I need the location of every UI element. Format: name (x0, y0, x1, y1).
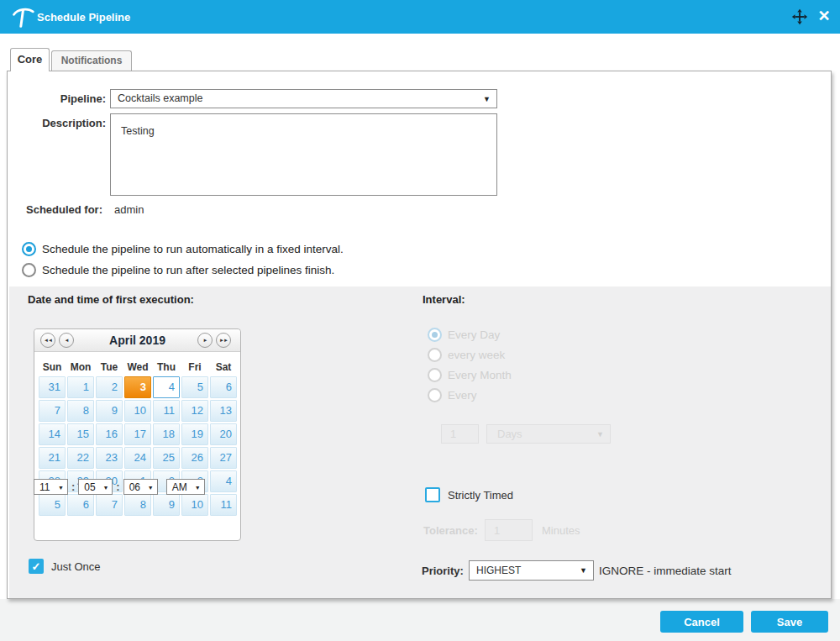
calendar-day[interactable]: 10 (124, 400, 151, 422)
calendar-day[interactable]: 19 (181, 423, 208, 445)
description-label: Description: (13, 117, 106, 129)
calendar-day[interactable]: 16 (96, 423, 123, 445)
dialog-title: Schedule Pipeline (37, 11, 130, 24)
time-separator: : (116, 481, 119, 493)
calendar-day[interactable]: 26 (181, 447, 208, 469)
calendar-day[interactable]: 11 (210, 494, 237, 516)
interval-option-every-n: Every (428, 388, 477, 402)
calendar-day[interactable]: 5 (181, 376, 208, 398)
calendar-day[interactable]: 6 (210, 376, 237, 398)
pipeline-select-value: Cocktails example (118, 92, 202, 104)
priority-select-value: HIGHEST (476, 565, 521, 576)
move-icon[interactable] (790, 8, 809, 26)
app-logo-icon (11, 5, 34, 29)
calendar-day[interactable]: 17 (124, 423, 151, 445)
tab-content-core: Pipeline: Cocktails example ▼ Descriptio… (7, 71, 832, 599)
calendar-day[interactable]: 27 (210, 447, 237, 469)
tolerance-label: Tolerance: (423, 524, 478, 537)
interval-option-every-month: Every Month (428, 368, 512, 382)
calendar-day[interactable]: 22 (67, 447, 94, 469)
calendar-day[interactable]: 6 (67, 494, 94, 516)
schedule-option-fixed-interval[interactable]: Schedule the pipeline to run automatical… (22, 242, 344, 256)
chevron-down-icon: ▼ (58, 484, 64, 490)
calendar-grid: 3112345678910111213141516171819202122232… (39, 376, 238, 516)
calendar-next-button[interactable]: ► (197, 333, 213, 348)
schedule-details-panel: Date and time of first execution: ◄◄ ◄ A… (9, 286, 831, 598)
tolerance-input: 1 (485, 519, 533, 541)
radio-icon (428, 348, 442, 362)
calendar-day[interactable]: 5 (39, 494, 66, 516)
save-button[interactable]: Save (751, 611, 828, 633)
priority-note: IGNORE - immediate start (599, 565, 732, 577)
cancel-button[interactable]: Cancel (660, 611, 743, 633)
scheduled-for-value: admin (114, 203, 144, 216)
chevron-down-icon: ▼ (483, 95, 491, 103)
dialog-footer: Cancel Save (0, 599, 840, 641)
calendar-day[interactable]: 10 (181, 494, 208, 516)
interval-unit-select: Days ▼ (486, 424, 611, 444)
time-separator: : (71, 481, 75, 493)
calendar-day[interactable]: 13 (210, 400, 237, 422)
calendar-day[interactable]: 23 (96, 447, 123, 469)
calendar-day[interactable]: 14 (39, 423, 66, 445)
calendar-day-name: Sun (39, 361, 66, 373)
calendar-day[interactable]: 1 (67, 376, 94, 398)
radio-icon (428, 368, 442, 382)
pipeline-label: Pipeline: (13, 92, 106, 105)
calendar-day-name: Mon (67, 361, 94, 373)
radio-icon[interactable] (22, 242, 36, 256)
interval-section-title: Interval: (423, 293, 465, 306)
calendar-day[interactable]: 12 (181, 400, 208, 422)
calendar-day-name: Fri (181, 361, 208, 373)
interval-count-input: 1 (441, 424, 479, 444)
calendar-day[interactable]: 18 (153, 423, 180, 445)
calendar-day[interactable]: 20 (210, 423, 237, 445)
scheduled-for-row: Scheduled for:admin (26, 203, 144, 216)
priority-label: Priority: (422, 565, 464, 577)
pipeline-select[interactable]: Cocktails example ▼ (110, 89, 497, 108)
calendar-day[interactable]: 21 (39, 447, 66, 469)
second-select[interactable]: 06 ▼ (123, 479, 158, 495)
chevron-down-icon: ▼ (195, 484, 201, 490)
calendar-day[interactable]: 25 (153, 447, 180, 469)
calendar-day[interactable]: 24 (124, 447, 151, 469)
calendar-day[interactable]: 11 (153, 400, 180, 422)
checkbox-icon[interactable]: ✓ (425, 487, 440, 502)
interval-option-every-week: every week (428, 348, 505, 362)
calendar-day[interactable]: 2 (96, 376, 123, 398)
dialog-titlebar[interactable]: Schedule Pipeline ✕ (0, 0, 840, 34)
strictly-timed-checkbox[interactable]: ✓ Strictly Timed (425, 487, 513, 502)
minute-select[interactable]: 05 ▼ (78, 479, 113, 495)
calendar-day[interactable]: 4 (153, 376, 180, 398)
close-icon[interactable]: ✕ (814, 6, 834, 26)
calendar-day[interactable]: 15 (67, 423, 94, 445)
interval-option-every-day: Every Day (428, 328, 500, 342)
calendar-day-name: Wed (124, 361, 151, 373)
description-textarea[interactable]: Testing (110, 113, 497, 196)
calendar-day[interactable]: 31 (39, 376, 66, 398)
calendar-day[interactable]: 9 (96, 400, 123, 422)
tab-notifications[interactable]: Notifications (51, 50, 132, 71)
radio-icon (428, 388, 442, 402)
meridiem-select[interactable]: AM ▼ (166, 479, 205, 495)
just-once-checkbox[interactable]: ✓ Just Once (29, 559, 101, 574)
calendar: ◄◄ ◄ April 2019 ► ►► SunMonTueWedThuFriS… (34, 328, 241, 541)
calendar-last-button[interactable]: ►► (216, 333, 231, 348)
calendar-day[interactable]: 7 (39, 400, 66, 422)
calendar-day[interactable]: 8 (67, 400, 94, 422)
calendar-day[interactable]: 9 (153, 494, 180, 516)
calendar-day[interactable]: 7 (96, 494, 123, 516)
calendar-day[interactable]: 3 (124, 376, 151, 398)
calendar-header: ◄◄ ◄ April 2019 ► ►► (34, 329, 240, 352)
schedule-option-after-pipelines[interactable]: Schedule the pipeline to run after selec… (22, 263, 334, 277)
calendar-day[interactable]: 4 (210, 470, 237, 492)
calendar-day-name: Sat (210, 361, 237, 373)
hour-select[interactable]: 11 ▼ (34, 479, 68, 495)
tolerance-unit: Minutes (542, 524, 580, 537)
datetime-section-title: Date and time of first execution: (28, 293, 194, 306)
radio-icon[interactable] (22, 263, 36, 277)
priority-select[interactable]: HIGHEST ▼ (469, 560, 594, 581)
checkbox-icon[interactable]: ✓ (29, 559, 44, 574)
tab-core[interactable]: Core (10, 48, 50, 71)
calendar-day[interactable]: 8 (124, 494, 151, 516)
